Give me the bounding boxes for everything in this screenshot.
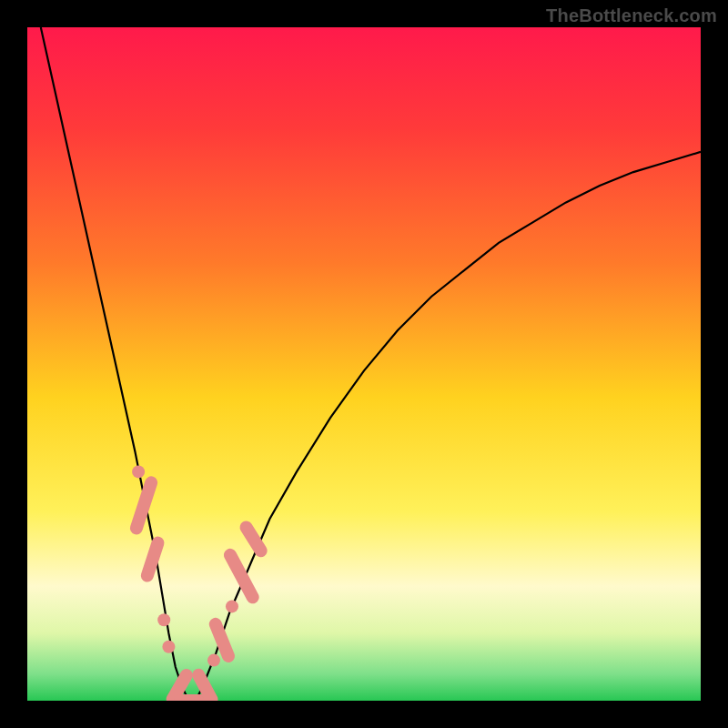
marker-dot xyxy=(132,465,145,478)
chart-frame: TheBottleneck.com xyxy=(0,0,728,728)
marker-lozenge xyxy=(238,519,269,560)
marker-lozenge xyxy=(128,475,159,537)
bottleneck-curve xyxy=(41,27,701,701)
marker-dot xyxy=(226,600,238,612)
plot-area xyxy=(27,27,701,701)
marker-lozenge xyxy=(139,535,166,584)
curve-layer xyxy=(27,27,701,701)
marker-dot xyxy=(162,641,175,653)
marker-lozenge xyxy=(222,546,262,605)
marker-dot xyxy=(207,654,220,667)
curve-markers xyxy=(128,465,269,701)
marker-dot xyxy=(157,613,170,626)
watermark-text: TheBottleneck.com xyxy=(546,5,717,26)
